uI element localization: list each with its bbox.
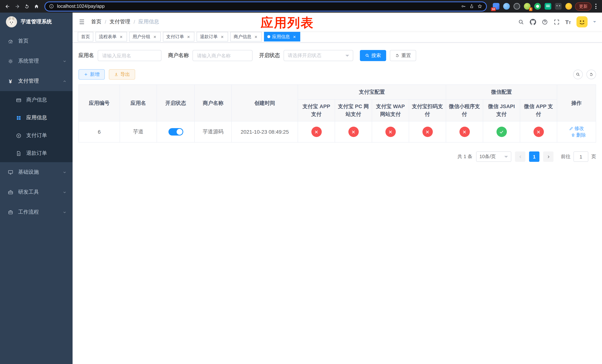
col-wx-lite: 微信小程序支付 xyxy=(446,99,483,121)
address-bar[interactable]: localhost:1024/pay/app xyxy=(44,1,487,11)
breadcrumb-separator: / xyxy=(134,19,135,25)
extension-icon[interactable] xyxy=(534,3,541,10)
active-dot xyxy=(267,35,270,38)
next-page-button[interactable] xyxy=(543,151,553,162)
sidebar-item-app-info[interactable]: 应用信息 xyxy=(0,109,73,127)
tab-pay-order[interactable]: 支付订单 xyxy=(163,32,194,42)
col-app-name: 应用名 xyxy=(120,85,157,121)
close-icon[interactable] xyxy=(118,34,124,39)
tab-home[interactable]: 首页 xyxy=(78,32,93,42)
top-navbar: 首页 / 支付管理 / 应用信息 应用列表 TT xyxy=(73,13,602,31)
breadcrumb-home[interactable]: 首页 xyxy=(91,19,101,25)
credit-card-icon xyxy=(16,97,22,103)
toggle-search-button[interactable] xyxy=(573,70,583,79)
chevron-down-icon xyxy=(345,55,349,58)
status-cross-icon xyxy=(385,127,396,137)
user-avatar[interactable] xyxy=(576,16,588,27)
merchant-name-input[interactable] xyxy=(193,50,252,61)
cell-status xyxy=(157,121,194,142)
chevron-down-icon xyxy=(63,190,67,194)
cell-merchant-name: 芋道源码 xyxy=(194,121,232,142)
cell-app-name: 芋道 xyxy=(120,121,157,142)
sidebar-item-infra[interactable]: 基础设施 xyxy=(0,162,73,182)
sidebar-item-merchant-info[interactable]: 商户信息 xyxy=(0,91,73,109)
grid-icon xyxy=(16,115,22,121)
sidebar-toggle-icon[interactable] xyxy=(78,19,85,25)
search-icon[interactable] xyxy=(518,19,524,25)
user-menu-caret-icon[interactable] xyxy=(593,21,596,24)
table-toolbar: 新增 导出 xyxy=(78,69,596,80)
col-alipay-qr: 支付宝扫码支付 xyxy=(409,99,446,121)
status-toggle[interactable] xyxy=(168,128,183,136)
tab-app-info[interactable]: 应用信息 xyxy=(264,32,300,42)
cell-wx-lite xyxy=(446,121,483,142)
sidebar-item-label: 应用信息 xyxy=(26,114,47,121)
browser-update-button[interactable]: 更新 xyxy=(575,2,592,11)
page-number-button[interactable]: 1 xyxy=(529,151,539,162)
extension-icon[interactable] xyxy=(503,3,510,10)
page-size-select[interactable]: 10条/页 xyxy=(476,151,511,162)
app-name-input[interactable] xyxy=(98,50,161,61)
extension-icon[interactable] xyxy=(545,3,551,10)
reload-icon[interactable] xyxy=(22,2,31,11)
sidebar-item-workflow[interactable]: 工作流程 xyxy=(0,202,73,222)
info-icon[interactable] xyxy=(49,4,54,9)
bookmark-star-icon[interactable] xyxy=(477,4,483,9)
extension-icon[interactable] xyxy=(514,3,520,10)
extension-icon[interactable]: 1 xyxy=(524,3,531,10)
close-icon[interactable] xyxy=(292,34,297,39)
cell-wx-app xyxy=(520,121,557,142)
help-icon[interactable] xyxy=(541,19,548,25)
status-label: 开启状态 xyxy=(259,52,280,59)
refresh-button[interactable] xyxy=(586,70,596,79)
forward-icon[interactable] xyxy=(13,2,22,11)
sidebar-item-refund-order[interactable]: 退款订单 xyxy=(0,144,73,162)
close-icon[interactable] xyxy=(152,34,157,39)
delete-button[interactable]: 删除 xyxy=(571,132,586,139)
prev-page-button[interactable] xyxy=(515,151,525,162)
browser-menu-icon[interactable] xyxy=(592,2,599,10)
back-icon[interactable] xyxy=(3,2,12,11)
goto-page-input[interactable] xyxy=(573,151,588,162)
tab-process-form[interactable]: 流程表单 xyxy=(96,32,127,42)
github-icon[interactable] xyxy=(530,19,536,25)
status-cross-icon xyxy=(533,127,544,137)
sidebar-item-payment[interactable]: ¥ 支付管理 xyxy=(0,71,73,91)
breadcrumb-payment[interactable]: 支付管理 xyxy=(110,19,130,25)
col-create-time: 创建时间 xyxy=(232,85,298,121)
extension-icon[interactable] xyxy=(555,3,562,10)
home-icon[interactable] xyxy=(32,2,41,11)
font-size-icon[interactable]: TT xyxy=(565,19,571,25)
reset-button[interactable]: 重置 xyxy=(390,50,416,61)
password-key-icon[interactable] xyxy=(461,4,466,9)
close-icon[interactable] xyxy=(186,34,191,39)
sidebar-item-system[interactable]: 系统管理 xyxy=(0,51,73,71)
sidebar-item-devtools[interactable]: 研发工具 xyxy=(0,182,73,202)
search-button[interactable]: 搜索 xyxy=(360,50,386,61)
fullscreen-icon[interactable] xyxy=(553,19,559,25)
export-button[interactable]: 导出 xyxy=(109,69,135,80)
add-button[interactable]: 新增 xyxy=(78,69,105,80)
sidebar-item-label: 退款订单 xyxy=(26,150,47,157)
page-unit-label: 页 xyxy=(591,153,596,160)
status-select[interactable]: 请选择开启状态 xyxy=(284,50,353,61)
sidebar-item-home[interactable]: 首页 xyxy=(0,31,73,51)
table-row: 6 芋道 芋道源码 2021-10-23 08:49:25 xyxy=(79,121,596,142)
profile-avatar-icon[interactable] xyxy=(565,3,572,10)
col-wx-jsapi: 微信 JSAPI 支付 xyxy=(483,99,520,121)
edit-button[interactable]: 修改 xyxy=(569,125,584,132)
sidebar-item-label: 支付管理 xyxy=(18,78,39,85)
tab-merchant-info[interactable]: 商户信息 xyxy=(230,32,262,42)
extension-icon[interactable]: 10 xyxy=(493,3,499,10)
col-app-id: 应用编号 xyxy=(79,85,120,121)
sidebar-item-pay-order[interactable]: 支付订单 xyxy=(0,127,73,144)
share-icon[interactable] xyxy=(469,4,474,9)
tab-user-group[interactable]: 用户分组 xyxy=(129,32,161,42)
status-cross-icon xyxy=(422,127,433,137)
payment-submenu: 商户信息 应用信息 支付订单 退款订单 xyxy=(0,91,73,162)
extension-badge: 1 xyxy=(529,7,532,11)
close-icon[interactable] xyxy=(220,34,225,39)
close-icon[interactable] xyxy=(253,34,258,39)
col-alipay-wap: 支付宝 WAP 网站支付 xyxy=(372,99,409,121)
tab-refund-order[interactable]: 退款订单 xyxy=(197,32,228,42)
